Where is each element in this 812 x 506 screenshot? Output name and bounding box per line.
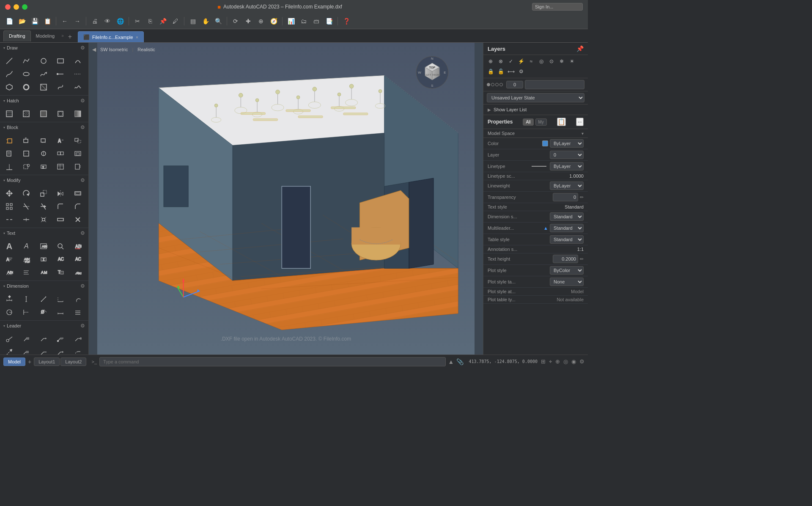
layerprop-button[interactable]: ▤ <box>187 15 199 27</box>
copyclip-button[interactable]: ⎘ <box>144 15 156 27</box>
leader5-tool[interactable] <box>70 333 85 345</box>
line-tool[interactable] <box>2 55 17 67</box>
dim1-tool[interactable]: ⬌ <box>2 293 17 305</box>
tab-all[interactable]: All <box>523 118 533 126</box>
matchprop-button[interactable]: 🖊 <box>170 15 181 27</box>
dim3-tool[interactable] <box>36 293 51 305</box>
open-button[interactable]: 📂 <box>16 15 28 27</box>
viewport-view-label[interactable]: SW Isometric <box>98 46 130 53</box>
layer-select-prop[interactable]: 0 <box>550 151 584 159</box>
dim2-tool[interactable] <box>19 293 34 305</box>
file-tab-close[interactable]: × <box>136 35 138 40</box>
layer-freeze-btn[interactable]: ❄ <box>557 57 566 66</box>
polar-icon[interactable]: ◎ <box>563 358 568 365</box>
modify-section-header[interactable]: ▾ Modify ⚙ <box>0 175 88 185</box>
modify-gear-icon[interactable]: ⚙ <box>80 177 85 183</box>
zoom-button[interactable]: 🔍 <box>212 15 224 27</box>
arc-tool[interactable] <box>70 55 85 67</box>
break-tool[interactable] <box>2 213 17 226</box>
hatch3-tool[interactable] <box>36 107 51 120</box>
field-tool[interactable]: Σ <box>36 160 51 173</box>
layer-new-btn[interactable]: ⊕ <box>486 57 495 66</box>
layer-unisolate-btn[interactable]: ⊙ <box>547 57 556 66</box>
saveas-button[interactable]: 📋 <box>41 15 53 27</box>
tab-model[interactable]: Model <box>3 358 25 366</box>
bind-tool[interactable] <box>53 147 68 160</box>
leader1-tool[interactable] <box>2 333 17 345</box>
leader2-tool[interactable] <box>19 333 34 345</box>
transparency-input[interactable] <box>553 193 578 201</box>
3dorbit-button[interactable]: ⟳ <box>230 15 241 27</box>
settings-icon[interactable]: ⚙ <box>579 358 584 365</box>
props-icon1-btn[interactable]: 📋 <box>557 118 566 126</box>
polyline-tool[interactable] <box>19 55 34 67</box>
attach-tool[interactable] <box>2 147 17 160</box>
join-tool[interactable] <box>19 213 34 226</box>
tab-layout1[interactable]: Layout1 <box>34 358 60 366</box>
refedit-tool[interactable] <box>70 134 85 147</box>
dim6-tool[interactable] <box>2 306 17 319</box>
offset-tool[interactable] <box>70 187 85 200</box>
3dzoom-button[interactable]: ⊕ <box>255 15 267 27</box>
3dnavigate-button[interactable]: 🧭 <box>268 15 280 27</box>
wipeout-tool[interactable] <box>36 81 51 94</box>
arctext-tool[interactable]: ABC <box>70 266 85 279</box>
donut-tool[interactable] <box>19 81 34 94</box>
textheight-edit-icon[interactable]: ✏ <box>580 256 584 262</box>
plotstyle-select[interactable]: ByColor <box>550 266 584 275</box>
tab-layout2[interactable]: Layout2 <box>60 358 86 366</box>
tab-my[interactable]: My <box>535 118 547 126</box>
help-button[interactable]: ❓ <box>340 15 352 27</box>
circle-tool[interactable] <box>36 55 51 67</box>
mirror-tool[interactable] <box>53 187 68 200</box>
layer-delete-btn[interactable]: ⊗ <box>496 57 505 66</box>
hatch4-tool[interactable] <box>53 107 68 120</box>
polyline2-tool[interactable] <box>2 68 17 80</box>
draw-gear-icon[interactable]: ⚙ <box>80 45 85 51</box>
attdef-tool[interactable]: AC <box>53 253 68 266</box>
ortho-icon[interactable]: ⊕ <box>555 358 560 365</box>
textfit-tool[interactable]: ABC <box>2 266 17 279</box>
text1-tool[interactable]: A <box>2 240 17 253</box>
viewport[interactable]: ◀ SW Isometric | Realistic <box>89 43 483 355</box>
chamfer-tool[interactable] <box>70 200 85 213</box>
clip-tool[interactable] <box>19 147 34 160</box>
block-gear-icon[interactable]: ⚙ <box>80 124 85 130</box>
attribute-tool[interactable]: A <box>53 134 68 147</box>
layer-settings-btn[interactable]: ⚙ <box>516 67 526 76</box>
rotate-tool[interactable] <box>19 187 34 200</box>
dim9-tool[interactable] <box>53 306 68 319</box>
add-tab-button[interactable]: + <box>66 31 74 42</box>
color-select[interactable]: ByLayer <box>550 139 584 148</box>
stretch-tool[interactable] <box>53 213 68 226</box>
save-button[interactable]: 💾 <box>29 15 41 27</box>
leader6-tool[interactable] <box>2 346 17 355</box>
dimension-section-header[interactable]: ▾ Dimension ⚙ <box>0 281 88 291</box>
move-tool[interactable] <box>2 187 17 200</box>
publishweb-button[interactable]: 🌐 <box>114 15 126 27</box>
construct-tool[interactable] <box>70 68 85 80</box>
leader3-tool[interactable] <box>36 333 51 345</box>
minimize-button[interactable] <box>14 4 19 10</box>
osnap-icon[interactable]: ◉ <box>571 358 576 365</box>
tablestyle-select[interactable]: Standard <box>550 235 584 244</box>
layer-current-btn[interactable]: ✓ <box>506 57 516 66</box>
text-gear-icon[interactable]: ⚙ <box>80 230 85 236</box>
user-dropdown[interactable]: Sign In... <box>532 3 583 11</box>
ray-tool[interactable] <box>53 68 68 80</box>
grid-icon[interactable]: ⊞ <box>541 358 546 365</box>
toolpalettes-button[interactable]: 🗃 <box>310 15 322 27</box>
justify-tool[interactable] <box>19 266 34 279</box>
hatch-gear-icon[interactable]: ⚙ <box>80 98 85 104</box>
cutclip-button[interactable]: ✂ <box>132 15 143 27</box>
maximize-button[interactable] <box>22 4 27 10</box>
props-icon2-btn[interactable]: ↔ <box>576 118 584 126</box>
layer-match-btn[interactable]: ≈ <box>527 57 536 66</box>
extend-tool[interactable] <box>36 200 51 213</box>
field2-tool[interactable]: Σ <box>36 253 51 266</box>
text-section-header[interactable]: ▾ Text ⚙ <box>0 228 88 238</box>
table-block-tool[interactable] <box>53 160 68 173</box>
leader9-tool[interactable] <box>53 346 68 355</box>
tab-drafting[interactable]: Drafting <box>3 30 31 41</box>
close-button[interactable] <box>5 4 11 10</box>
